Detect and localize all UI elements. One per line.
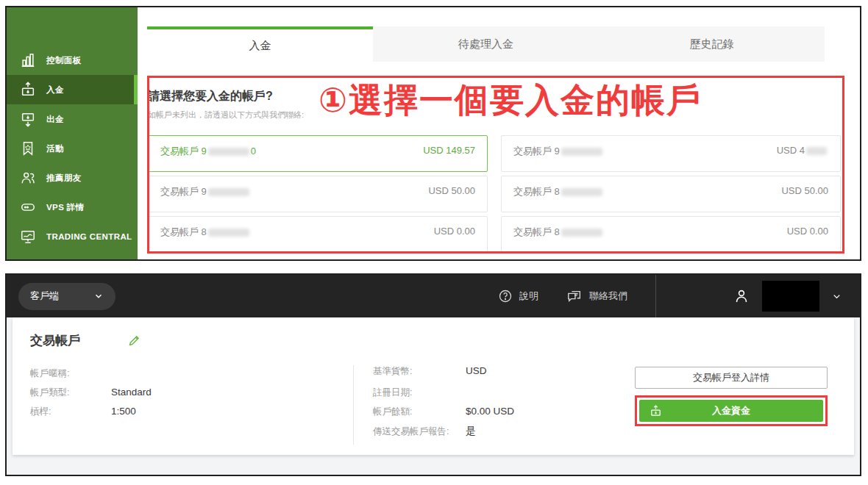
client-area-dropdown[interactable]: 客戶端 — [18, 283, 115, 310]
help-label: 說明 — [519, 290, 538, 303]
redacted-account-number — [561, 229, 602, 237]
account-actions: 交易帳戶登入詳情 入金資金 — [635, 367, 828, 445]
redacted-username — [762, 281, 819, 312]
sidebar-item-label: 推薦朋友 — [46, 173, 82, 184]
redacted-account-number — [561, 188, 602, 196]
field-label-nickname: 帳戶暱稱: — [30, 367, 111, 380]
account-row[interactable]: 交易帳戶 8 USD 0.00 — [148, 216, 488, 253]
deposit-funds-button[interactable]: 入金資金 — [639, 400, 823, 422]
account-fields-middle: 基準貨幣:USD 註冊日期: 帳戶餘額:$0.00 USD 傳送交易帳戶報告:是 — [354, 365, 635, 445]
account-name: 交易帳戶 8 — [513, 185, 604, 198]
account-name: 交易帳戶 90 — [160, 145, 256, 158]
deposit-icon — [20, 82, 36, 98]
field-value-leverage: 1:500 — [111, 406, 136, 417]
field-value-base-currency: USD — [466, 365, 487, 376]
top-navbar: 客戶端 說明 聯絡我們 — [7, 275, 860, 317]
field-value-account-type: Standard — [111, 387, 152, 398]
deposit-funds-label: 入金資金 — [712, 404, 750, 417]
sidebar-item-deposit[interactable]: 入金 — [7, 75, 138, 104]
tab-deposit[interactable]: 入金 — [147, 26, 373, 62]
panel-title: 請選擇您要入金的帳戶? — [148, 89, 860, 104]
field-label-account-balance: 帳戶餘額: — [373, 406, 466, 418]
redacted-account-number — [561, 148, 602, 156]
bar-chart-icon — [20, 52, 36, 68]
promotions-icon — [20, 140, 36, 157]
sidebar-item-refer-friends[interactable]: 推薦朋友 — [7, 163, 138, 193]
account-name: 交易帳戶 9 — [513, 145, 604, 158]
account-name: 交易帳戶 9 — [160, 185, 251, 198]
user-menu[interactable] — [656, 275, 860, 317]
client-area-label: 客戶端 — [30, 290, 59, 303]
sidebar-item-vps[interactable]: VPS 詳情 — [7, 193, 138, 222]
pencil-icon — [127, 334, 141, 348]
panel-subtitle: 如帳戶未列出，請透過以下方式與我們聯絡: — [148, 109, 860, 121]
chevron-down-icon — [93, 291, 104, 301]
user-icon — [733, 287, 750, 305]
account-detail-columns: 帳戶暱稱: 帳戶類型:Standard 槓桿:1:500 基準貨幣:USD 註冊… — [30, 365, 854, 445]
account-balance: USD 149.57 — [423, 145, 475, 156]
vps-icon — [20, 199, 36, 215]
login-details-button[interactable]: 交易帳戶登入詳情 — [635, 367, 828, 389]
help-button[interactable]: 說明 — [498, 289, 538, 303]
sidebar-item-label: 入金 — [46, 85, 64, 96]
account-balance: USD 50.00 — [781, 185, 828, 196]
account-name: 交易帳戶 8 — [160, 226, 251, 239]
deposit-icon — [650, 405, 662, 417]
account-balance: USD 0.00 — [787, 226, 828, 237]
annotation-red-frame-deposit-button: 入金資金 — [635, 395, 828, 426]
sidebar-item-label: 活動 — [46, 143, 64, 154]
deposit-tabs: 入金 待處理入金 歷史記錄 — [147, 26, 860, 62]
trading-account-card: 交易帳戶 帳戶暱稱: 帳戶類型:Standard 槓桿:1:500 基準貨幣:U… — [13, 317, 854, 455]
account-row[interactable]: 交易帳戶 8 USD 50.00 — [501, 176, 841, 212]
redacted-account-number — [208, 148, 249, 156]
withdraw-icon — [20, 111, 36, 127]
chevron-down-icon — [831, 291, 842, 302]
account-row[interactable]: 交易帳戶 9 USD 4 — [501, 135, 841, 172]
sidebar-item-label: TRADING CENTRAL — [46, 232, 132, 241]
deposit-page-screenshot: 控制面板 入金 出金 活動 推薦朋友 — [5, 6, 861, 261]
redacted-account-number — [208, 188, 249, 196]
account-name: 交易帳戶 8 — [513, 226, 604, 239]
field-value-account-balance: $0.00 USD — [466, 406, 514, 417]
contact-us-label: 聯絡我們 — [589, 290, 627, 303]
redacted-amount — [806, 147, 827, 155]
field-label-leverage: 槓桿: — [30, 406, 111, 418]
sidebar-item-label: VPS 詳情 — [46, 202, 85, 213]
tab-pending-deposits[interactable]: 待處理入金 — [373, 26, 599, 62]
account-list: 交易帳戶 90 USD 149.57 交易帳戶 9 USD 4 交易帳戶 9 U… — [148, 135, 841, 253]
account-balance: USD 0.00 — [434, 226, 475, 237]
field-label-base-currency: 基準貨幣: — [373, 365, 466, 378]
deposit-main: 入金 待處理入金 歷史記錄 請選擇您要入金的帳戶? 如帳戶未列出，請透過以下方式… — [138, 7, 860, 259]
edit-account-button[interactable] — [127, 334, 141, 348]
account-row[interactable]: 交易帳戶 8 USD 0.00 — [501, 216, 841, 253]
help-icon — [498, 289, 513, 303]
account-balance: USD 4 — [777, 145, 828, 156]
tab-history[interactable]: 歷史記錄 — [599, 26, 825, 62]
sidebar-item-promotions[interactable]: 活動 — [7, 134, 138, 163]
trading-central-icon — [20, 229, 36, 245]
chat-icon — [566, 288, 583, 304]
account-page-screenshot: 客戶端 說明 聯絡我們 — [5, 273, 861, 476]
redacted-account-number — [208, 229, 249, 237]
field-label-registration-date: 註冊日期: — [373, 387, 466, 399]
field-label-account-type: 帳戶類型: — [30, 387, 111, 399]
contact-us-button[interactable]: 聯絡我們 — [566, 288, 627, 304]
account-fields-left: 帳戶暱稱: 帳戶類型:Standard 槓桿:1:500 — [30, 365, 354, 445]
sidebar-item-trading-central[interactable]: TRADING CENTRAL — [7, 222, 138, 251]
field-value-send-reports: 是 — [466, 425, 476, 438]
navbar-right: 說明 聯絡我們 — [498, 275, 860, 317]
account-balance: USD 50.00 — [428, 185, 475, 196]
account-row[interactable]: 交易帳戶 90 USD 149.57 — [148, 135, 488, 172]
sidebar-item-label: 控制面板 — [46, 55, 82, 66]
account-row[interactable]: 交易帳戶 9 USD 50.00 — [148, 176, 488, 212]
sidebar-item-label: 出金 — [46, 114, 64, 125]
field-label-send-reports: 傳送交易帳戶報告: — [373, 425, 466, 438]
sidebar-item-withdraw[interactable]: 出金 — [7, 104, 138, 134]
card-title-row: 交易帳戶 — [30, 332, 854, 349]
sidebar: 控制面板 入金 出金 活動 推薦朋友 — [7, 7, 138, 259]
refer-friends-icon — [20, 170, 36, 186]
sidebar-item-dashboard[interactable]: 控制面板 — [7, 46, 138, 75]
card-title: 交易帳戶 — [30, 332, 80, 349]
